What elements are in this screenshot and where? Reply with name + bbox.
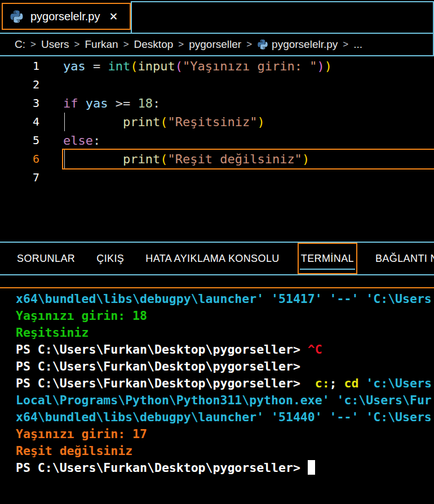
- terminal-text: PS C:\Users\Furkan\Desktop\pygorseller>: [16, 461, 308, 475]
- code-token: (: [160, 115, 167, 129]
- chevron-right-icon: >: [74, 39, 80, 50]
- line-number: 4: [0, 113, 39, 131]
- terminal-text: Yaşınızı girin: 18: [16, 309, 147, 323]
- code-editor[interactable]: 1yas = int(input("Yaşınızı girin: "))23i…: [0, 56, 434, 243]
- code-token: print: [123, 115, 160, 129]
- breadcrumb: C:>Users>Furkan>Desktop>pygorseller> pyg…: [0, 34, 434, 56]
- panel-tab-label: ÇIKIŞ: [96, 253, 124, 265]
- terminal-cursor: [308, 460, 315, 475]
- line-number: 6: [0, 150, 39, 168]
- chevron-right-icon: >: [178, 39, 184, 50]
- indent-guide: [64, 113, 65, 131]
- breadcrumb-overflow[interactable]: ...: [353, 38, 362, 51]
- terminal-text: cd: [337, 376, 366, 390]
- code-token: if: [63, 96, 78, 110]
- terminal-text: c:: [315, 376, 330, 390]
- code-text: if yas >= 18:: [39, 94, 160, 113]
- breadcrumb-item-1[interactable]: Users: [41, 38, 69, 51]
- code-token: [78, 96, 86, 110]
- terminal-line-4: PS C:\Users\Furkan\Desktop\pygorseller>: [16, 358, 434, 375]
- code-token: [63, 115, 123, 129]
- panel-tab-1[interactable]: ÇIKIŞ: [96, 243, 124, 274]
- terminal-line-9: Reşit değilsiniz: [16, 443, 434, 460]
- code-token: (: [160, 152, 167, 166]
- indent-guide: [64, 150, 65, 168]
- panel-tab-label: TERMİNAL: [301, 253, 354, 265]
- code-line-6[interactable]: 6 print("Reşit değilsiniz"): [0, 150, 434, 168]
- panel-tab-4[interactable]: BAĞLANTI NOKTALARI: [375, 243, 434, 274]
- code-text: [39, 168, 63, 187]
- breadcrumb-file[interactable]: pygorselelr.py: [272, 38, 338, 51]
- code-line-5[interactable]: 5else:: [0, 131, 434, 150]
- code-line-1[interactable]: 1yas = int(input("Yaşınızı girin: ")): [0, 57, 434, 75]
- breadcrumb-item-0[interactable]: C:: [15, 38, 25, 51]
- code-line-2[interactable]: 2: [0, 75, 434, 94]
- code-text: yas = int(input("Yaşınızı girin: ")): [39, 57, 332, 75]
- terminal-line-8: Yaşınızı girin: 17: [16, 426, 434, 443]
- chevron-right-icon: >: [343, 39, 348, 50]
- code-text: [39, 75, 63, 94]
- terminal-text: Local\Programs\Python\Python311\python.e…: [16, 393, 432, 407]
- breadcrumb-item-2[interactable]: Furkan: [85, 38, 118, 51]
- code-text: print("Reşit değilsiniz"): [39, 150, 309, 168]
- code-token: else: [63, 133, 93, 148]
- chevron-right-icon: >: [30, 39, 36, 50]
- terminal-line-6: Local\Programs\Python\Python311\python.e…: [16, 392, 434, 409]
- terminal-line-0: x64\bundled\libs\debugpy\launcher' '5141…: [16, 291, 434, 307]
- terminal-line-7: x64\bundled\libs\debugpy\launcher' '5144…: [16, 409, 434, 426]
- terminal-text: x64\bundled\libs\debugpy\launcher' '5144…: [16, 410, 432, 424]
- terminal-text: Reşitsiniz: [16, 325, 88, 340]
- terminal-text: PS C:\Users\Furkan\Desktop\pygorseller>: [16, 342, 308, 356]
- code-token: ): [257, 115, 264, 129]
- tab-pygorselelr-py[interactable]: pygorselelr.py ✕: [2, 3, 131, 30]
- code-line-7[interactable]: 7: [0, 168, 434, 187]
- editor-lines: 1yas = int(input("Yaşınızı girin: "))23i…: [0, 57, 434, 187]
- terminal-text: PS C:\Users\Furkan\Desktop\pygorseller>: [16, 376, 315, 390]
- terminal-line-3: PS C:\Users\Furkan\Desktop\pygorseller> …: [16, 341, 434, 358]
- editor-tab-bar: pygorselelr.py ✕: [0, 0, 434, 34]
- code-token: int: [108, 59, 131, 73]
- code-token: (: [175, 59, 183, 73]
- panel-tab-2[interactable]: HATA AYIKLAMA KONSOLU: [145, 243, 279, 274]
- line-number: 3: [0, 94, 39, 113]
- code-token: (: [130, 59, 138, 73]
- tab-label: pygorselelr.py: [30, 10, 100, 23]
- terminal-line-1: Yaşınızı girin: 18: [16, 307, 434, 324]
- chevron-right-icon: >: [246, 39, 252, 50]
- terminal-line-10: PS C:\Users\Furkan\Desktop\pygorseller>: [16, 460, 434, 476]
- chevron-right-icon: >: [123, 39, 129, 50]
- tab-bar-empty-area: [131, 1, 434, 33]
- terminal-text: x64\bundled\libs\debugpy\launcher' '5141…: [16, 292, 432, 306]
- code-token: :: [153, 96, 160, 110]
- panel-tab-label: BAĞLANTI NOKTALARI: [375, 253, 434, 265]
- python-icon: [257, 39, 268, 50]
- line-number: 1: [0, 57, 39, 75]
- panel-tab-3[interactable]: TERMİNAL: [298, 243, 357, 274]
- code-token: input: [138, 59, 175, 73]
- code-token: ): [317, 59, 324, 73]
- code-token: [63, 152, 123, 166]
- terminal-text: Yaşınızı girin: 17: [16, 427, 147, 441]
- terminal-text: Reşit değilsiniz: [16, 444, 132, 458]
- panel-tab-label: SORUNLAR: [17, 253, 75, 265]
- breadcrumb-item-3[interactable]: Desktop: [134, 38, 174, 51]
- terminal-output: x64\bundled\libs\debugpy\launcher' '5141…: [0, 288, 434, 476]
- terminal-text: ^C: [308, 342, 322, 356]
- code-token: =: [86, 59, 108, 73]
- line-number: 2: [0, 75, 39, 94]
- close-icon[interactable]: ✕: [109, 10, 118, 23]
- panel-tab-label: HATA AYIKLAMA KONSOLU: [145, 253, 279, 265]
- terminal-panel[interactable]: x64\bundled\libs\debugpy\launcher' '5141…: [0, 275, 434, 504]
- python-icon: [10, 10, 24, 24]
- breadcrumb-item-4[interactable]: pygorseller: [189, 38, 241, 51]
- code-line-3[interactable]: 3if yas >= 18:: [0, 94, 434, 113]
- code-text: else:: [39, 131, 100, 150]
- code-token: ): [302, 152, 309, 166]
- code-token: "Yaşınızı girin: ": [183, 59, 317, 73]
- panel-tab-bar: SORUNLARÇIKIŞHATA AYIKLAMA KONSOLUTERMİN…: [0, 243, 434, 275]
- active-tab-underline: [300, 269, 355, 270]
- code-token: yas: [63, 59, 86, 73]
- code-line-4[interactable]: 4 print("Reşitsiniz"): [0, 113, 434, 131]
- panel-tab-0[interactable]: SORUNLAR: [17, 243, 75, 274]
- code-token: "Reşit değilsiniz": [167, 152, 302, 166]
